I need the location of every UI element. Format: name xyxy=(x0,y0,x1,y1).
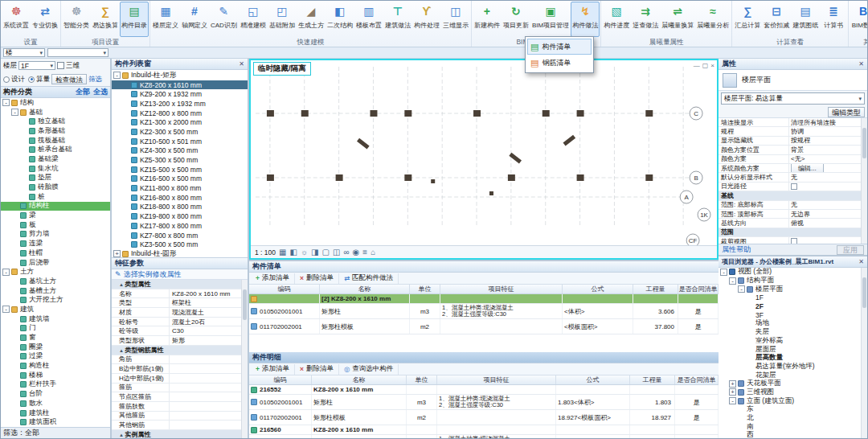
expand-toggle[interactable]: - xyxy=(2,269,10,276)
component-type-item[interactable]: KZ15-500 x 500 mm xyxy=(112,165,248,174)
component-type-item[interactable]: KZ19-800 x 800 mm xyxy=(112,211,248,221)
expand-toggle[interactable]: + xyxy=(729,380,736,388)
expand-toggle[interactable]: + xyxy=(729,388,736,396)
expand-toggle[interactable]: - xyxy=(729,277,736,285)
ribbon-button[interactable]: ◱ 精准建模 xyxy=(239,2,268,37)
menu-item[interactable]: ▤ 钢筋清单 xyxy=(527,55,592,71)
crop-region-icon[interactable]: ▢ xyxy=(322,248,330,256)
property-row[interactable]: 系统颜色方案 编辑... xyxy=(719,164,867,173)
browser-tree-item[interactable]: 屋面层 xyxy=(719,345,867,354)
tree-item[interactable]: 剪力墙 xyxy=(1,230,110,240)
component-type-item[interactable]: KZ16-800 x 800 mm xyxy=(112,193,248,203)
tree-item[interactable]: 大开挖土方 xyxy=(1,295,110,305)
bill-row[interactable]: 011702002001 矩形柱模板 m2 <模板面积> 37.800 是 xyxy=(249,319,719,334)
bill-row[interactable]: 010502001001 矩形柱 m3 1、混凝土种类:现浇混凝土 2、混凝土强… xyxy=(249,304,719,319)
browser-tree-item[interactable]: 花架层 xyxy=(719,371,867,380)
type-selector-combo[interactable]: 楼层平面: 易达算量 xyxy=(721,92,865,105)
detail-row[interactable]: 216552 KZ8-200 x 1610 mm xyxy=(249,385,719,395)
detail-row[interactable]: 011702002001 矩形柱模板 m2 18.927<模板面积> 18.92… xyxy=(249,410,719,425)
edit-instance-link[interactable]: ✎ 选择实例修改属性 xyxy=(112,269,248,280)
mode-radio[interactable]: 算量 xyxy=(28,75,50,84)
expand-toggle[interactable]: - xyxy=(2,99,10,106)
mode-radio[interactable]: 设计 xyxy=(3,75,25,84)
component-type-item[interactable]: KZ16-500 x 500 mm xyxy=(112,174,248,184)
lock-view-icon[interactable]: ⌂ xyxy=(371,248,375,256)
tree-item[interactable]: 连梁 xyxy=(1,239,110,248)
tree-item[interactable]: 基础梁 xyxy=(1,154,110,164)
tree-item[interactable]: 圈梁 xyxy=(1,343,110,352)
ribbon-button[interactable]: ▤ 建筑图纸 xyxy=(791,2,820,37)
browser-tree-item[interactable]: + 天花板平面 xyxy=(719,380,867,388)
feature-row[interactable]: 其他钢筋 xyxy=(112,421,248,430)
feature-row[interactable]: H边中部筋(1侧) xyxy=(112,374,248,384)
feature-row[interactable]: 砼等级 C30 xyxy=(112,326,248,336)
browser-tree-item[interactable]: 东 xyxy=(719,405,867,414)
ribbon-button[interactable]: ☸ 系统设置 xyxy=(2,2,31,37)
ribbon-button[interactable]: ▥ 楼板布置 xyxy=(354,2,383,37)
feature-row[interactable]: 类型形状 矩形 xyxy=(112,336,248,346)
ribbon-button[interactable]: ⊤ 建筑做法 xyxy=(383,2,412,37)
close-icon[interactable]: ✕ xyxy=(239,60,244,68)
property-row[interactable]: 墙连接显示 清理所有墙连接 xyxy=(719,118,867,127)
ribbon-button[interactable]: ∑ 汇总计算 xyxy=(733,2,762,37)
property-row[interactable]: 规程 协调 xyxy=(719,127,867,136)
close-icon[interactable]: × xyxy=(710,62,714,69)
tree-item[interactable]: 柱帽 xyxy=(1,248,110,258)
expand-toggle[interactable]: - xyxy=(11,109,18,116)
tree-item[interactable]: 筏板基础 xyxy=(1,136,110,146)
component-type-item[interactable]: KZ11-800 x 800 mm xyxy=(112,183,248,193)
bill-row[interactable]: [2] KZ8-200 x 1610 mm xyxy=(249,294,719,304)
view3d-checkbox[interactable] xyxy=(57,62,64,69)
component-type-item[interactable]: KZ5-300 x 500 mm xyxy=(112,155,248,165)
tree-item[interactable]: 集水坑 xyxy=(1,164,110,174)
tree-item[interactable]: 桩 xyxy=(1,192,110,202)
tree-item[interactable]: 垫层 xyxy=(1,174,110,183)
restore-icon[interactable]: ▢ xyxy=(702,62,709,69)
feature-row[interactable]: 类型属性 xyxy=(112,280,248,289)
close-icon[interactable]: ✕ xyxy=(858,258,864,265)
browser-tree-item[interactable]: - 结构平面 xyxy=(719,277,867,285)
expand-toggle[interactable]: + xyxy=(113,250,121,257)
ribbon-button[interactable]: + 新建构件 xyxy=(473,2,502,37)
component-type-item[interactable]: KZ13-200 x 1932 mm xyxy=(112,99,248,109)
expand-toggle[interactable]: - xyxy=(113,72,121,79)
ribbon-button[interactable]: ⊟ 套价扣减 xyxy=(762,2,791,37)
browser-tree-item[interactable]: 2F xyxy=(719,302,867,311)
property-row[interactable]: 范围: 底部标高 无 xyxy=(719,201,867,210)
browser-tree-item[interactable]: 场地 xyxy=(719,319,867,328)
check-method-button[interactable]: 检查做法 xyxy=(51,74,87,84)
secondary-combo[interactable] xyxy=(47,48,108,57)
tree-item[interactable]: 楼梯 xyxy=(1,371,110,380)
toolbar-button[interactable]: × 删除清单 xyxy=(295,273,339,284)
filter-button[interactable]: 筛选 xyxy=(88,75,102,84)
scrollbar[interactable] xyxy=(861,118,867,244)
component-type-item[interactable]: KZ3-500 x 500 mm xyxy=(112,240,248,249)
browser-tree-item[interactable]: + 三维视图 xyxy=(719,388,867,397)
property-row[interactable]: 范围 xyxy=(719,228,867,237)
browser-tree-item[interactable]: - 立面 (建筑立面) xyxy=(719,396,867,405)
component-type-item[interactable]: KZ1-300 x 2000 mm xyxy=(112,117,248,127)
expand-toggle[interactable]: - xyxy=(2,306,10,313)
tree-item[interactable]: 建筑面积 xyxy=(1,417,110,427)
minimize-icon[interactable]: — xyxy=(694,62,700,69)
ribbon-button[interactable]: ⇌ 晨曦量换算 xyxy=(660,2,695,37)
ribbon-button[interactable]: ≈ 晨曦量分析 xyxy=(695,2,731,37)
tree-item[interactable]: - 结构 xyxy=(1,98,110,108)
ribbon-button[interactable]: ∑ 易达换算 xyxy=(91,2,120,37)
feature-row[interactable]: 角筋 xyxy=(112,355,248,365)
sun-icon[interactable]: ☼ xyxy=(301,248,308,256)
tree-item[interactable]: 基槽土方 xyxy=(1,286,110,296)
property-row[interactable]: 范围: 顶部标高 无边界 xyxy=(719,210,867,219)
ribbon-button[interactable]: ◧ 二次结构 xyxy=(326,2,354,37)
component-type-item[interactable]: KZ18-800 x 800 mm xyxy=(112,203,248,212)
scrollbar[interactable] xyxy=(241,280,248,438)
apply-button[interactable]: 应用 xyxy=(837,245,864,255)
feature-row[interactable]: 实例属性 xyxy=(112,430,248,438)
ribbon-button[interactable]: ↯ 构件做法 xyxy=(571,2,600,37)
drawing-canvas[interactable]: C B A 1K CF xyxy=(251,60,717,245)
feature-row[interactable]: 箍筋肢数 xyxy=(112,402,248,412)
ribbon-button[interactable]: ◢ 生成土方 xyxy=(297,2,326,37)
tree-item[interactable]: 过梁 xyxy=(1,352,110,362)
tree-item[interactable]: 台阶 xyxy=(1,389,110,399)
browser-tree-item[interactable]: 南 xyxy=(719,422,867,431)
